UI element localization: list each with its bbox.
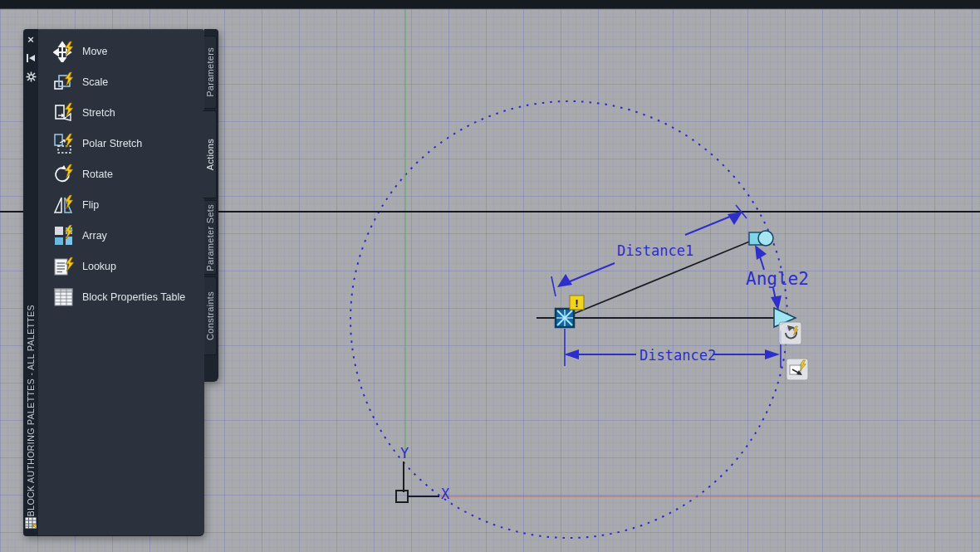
palette-tool-stretch[interactable]: Stretch: [38, 97, 204, 128]
warning-icon[interactable]: !: [570, 296, 584, 310]
block-properties-table-icon: [53, 286, 75, 308]
tool-label: Stretch: [82, 107, 115, 119]
ucs-icon: [396, 462, 439, 502]
tool-label: Block Properties Table: [82, 291, 185, 303]
tab-label: Actions: [205, 139, 215, 170]
palette-title-vertical: BLOCK AUTHORING PALETTES - ALL PALETTES: [23, 307, 38, 515]
auto-hide-icon[interactable]: [25, 52, 37, 64]
ucs-y-label: Y: [400, 445, 409, 462]
palette-tool-lookup[interactable]: Lookup: [38, 251, 204, 281]
lookup-icon: [53, 256, 75, 277]
palette-tool-scale[interactable]: Scale: [38, 66, 204, 97]
tab-label: Parameters: [205, 47, 215, 97]
ucs-x-label: X: [441, 486, 450, 502]
tool-label: Polar Stretch: [82, 138, 142, 149]
palette-tool-polar-stretch[interactable]: Polar Stretch: [38, 128, 204, 159]
tab-label: Parameter Sets: [205, 204, 215, 271]
palette-title-strip: × BLOCK AUTHO: [23, 29, 38, 536]
window-top-bar: [0, 0, 980, 9]
flip-icon: [53, 194, 75, 216]
polar-stretch-icon: [53, 133, 75, 154]
array-icon: [53, 225, 75, 247]
tab-parameter-sets[interactable]: Parameter Sets: [204, 200, 217, 275]
stretch-icon: [53, 102, 75, 124]
svg-text:!: !: [575, 297, 578, 310]
angle2-label[interactable]: Angle2: [746, 269, 809, 289]
palette-body: Move Scale: [38, 29, 204, 536]
tab-actions[interactable]: Actions: [203, 110, 217, 198]
tool-label: Rotate: [82, 169, 113, 180]
palette-tool-rotate[interactable]: Rotate: [38, 159, 204, 189]
distance2-label[interactable]: Distance2: [639, 347, 716, 364]
rotate-action-button[interactable]: [779, 322, 801, 344]
palette-grid-icon[interactable]: [25, 517, 37, 532]
basepoint-grip[interactable]: [556, 309, 574, 327]
block-authoring-palette: × BLOCK AUTHO: [23, 29, 218, 536]
tool-label: Flip: [82, 199, 99, 211]
properties-gear-icon[interactable]: [25, 71, 37, 82]
move-icon: [53, 41, 75, 62]
palette-tool-move[interactable]: Move: [38, 36, 204, 66]
tool-label: Scale: [82, 76, 108, 88]
move-action-button[interactable]: [786, 359, 808, 380]
palette-tab-strip: Parameters Actions Parameter Sets Constr…: [204, 29, 218, 382]
tab-label: Constraints: [205, 291, 215, 340]
tool-label: Lookup: [82, 261, 116, 272]
scale-icon: [53, 71, 75, 93]
rotate-icon: [53, 164, 75, 185]
tool-label: Array: [82, 230, 107, 242]
palette-tool-flip[interactable]: Flip: [38, 189, 204, 220]
tab-constraints[interactable]: Constraints: [204, 276, 217, 355]
palette-tool-list: Move Scale: [38, 36, 204, 312]
distance1-label[interactable]: Distance1: [617, 242, 693, 259]
palette-tool-array[interactable]: Array: [38, 220, 204, 251]
circle-grip[interactable]: [758, 231, 773, 246]
palette-tool-block-properties-table[interactable]: Block Properties Table: [38, 281, 204, 312]
tab-parameters[interactable]: Parameters: [204, 36, 217, 109]
tool-label: Move: [82, 46, 108, 57]
close-icon[interactable]: ×: [25, 34, 37, 46]
